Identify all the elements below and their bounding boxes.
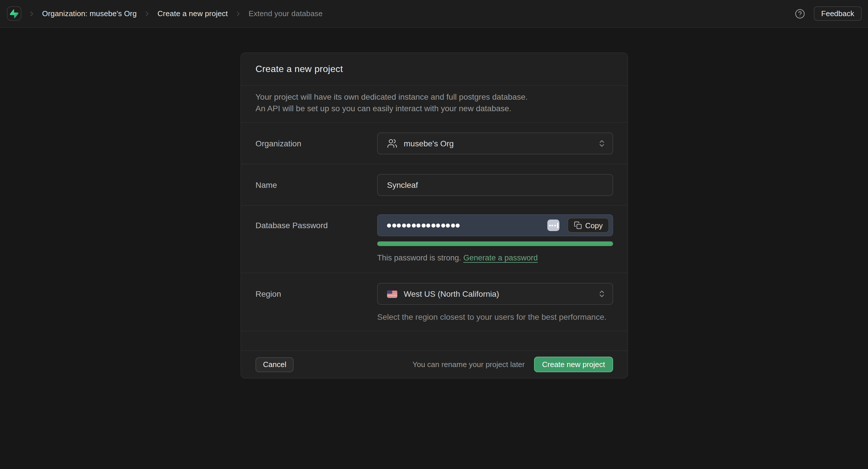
copy-icon [574,221,582,229]
chevrons-up-down-icon [597,139,606,148]
organization-label: Organization [255,133,377,164]
password-label: Database Password [255,214,377,272]
chevron-right-icon [28,9,36,18]
organization-selected-value: musebe's Org [404,139,454,148]
breadcrumb-extend-database[interactable]: Extend your database [249,9,323,18]
main-area: Create a new project Your project will h… [0,28,868,469]
create-project-card: Create a new project Your project will h… [241,53,628,378]
password-row: Database Password Copy [241,205,627,272]
feedback-button[interactable]: Feedback [814,6,862,21]
cancel-button[interactable]: Cancel [255,357,294,372]
create-project-button[interactable]: Create new project [534,357,613,372]
chevron-right-icon [234,9,242,18]
organization-select[interactable]: musebe's Org [377,133,613,155]
description-line-1: Your project will have its own dedicated… [255,92,613,103]
users-icon [387,138,397,149]
region-help-text: Select the region closest to your users … [377,312,613,322]
strength-text: This password is strong. [377,254,461,262]
region-select[interactable]: West US (North California) [377,283,613,305]
empty-section [241,331,627,350]
us-flag-icon [387,290,397,298]
supabase-logo-button[interactable] [7,6,21,21]
supabase-bolt-icon [10,9,19,18]
copy-password-button[interactable]: Copy [567,218,609,233]
top-bar: Organization: musebe's Org Create a new … [0,0,868,28]
copy-label: Copy [585,221,603,230]
password-strength-bar [377,241,613,246]
project-name-input[interactable] [377,174,613,196]
region-label: Region [255,283,377,331]
app-root: Organization: musebe's Org Create a new … [0,0,868,469]
breadcrumb: Organization: musebe's Org Create a new … [7,6,323,21]
chevrons-up-down-icon [597,290,606,298]
password-strength-hint: This password is strong. Generate a pass… [377,254,613,262]
organization-row: Organization musebe's Org [241,122,627,164]
card-header: Create a new project [241,53,627,85]
generate-password-link[interactable]: Generate a password [463,254,538,262]
region-selected-value: West US (North California) [404,289,499,298]
rename-note: You can rename your project later [412,360,525,369]
chevron-right-icon [143,9,151,18]
region-row: Region West US (North California) Select… [241,272,627,331]
name-label: Name [255,174,377,205]
password-manager-icon[interactable] [547,220,559,231]
card-footer: Cancel You can rename your project later… [241,350,627,378]
card-description: Your project will have its own dedicated… [241,85,627,122]
name-row: Name [241,164,627,205]
description-line-2: An API will be set up so you can easily … [255,103,613,114]
database-password-input[interactable]: Copy [377,214,613,236]
breadcrumb-create-project[interactable]: Create a new project [157,9,228,18]
topbar-actions: Feedback [795,6,862,21]
password-dots [387,223,460,227]
breadcrumb-organization[interactable]: Organization: musebe's Org [42,9,137,18]
help-icon[interactable] [795,8,805,19]
page-title: Create a new project [255,64,343,74]
